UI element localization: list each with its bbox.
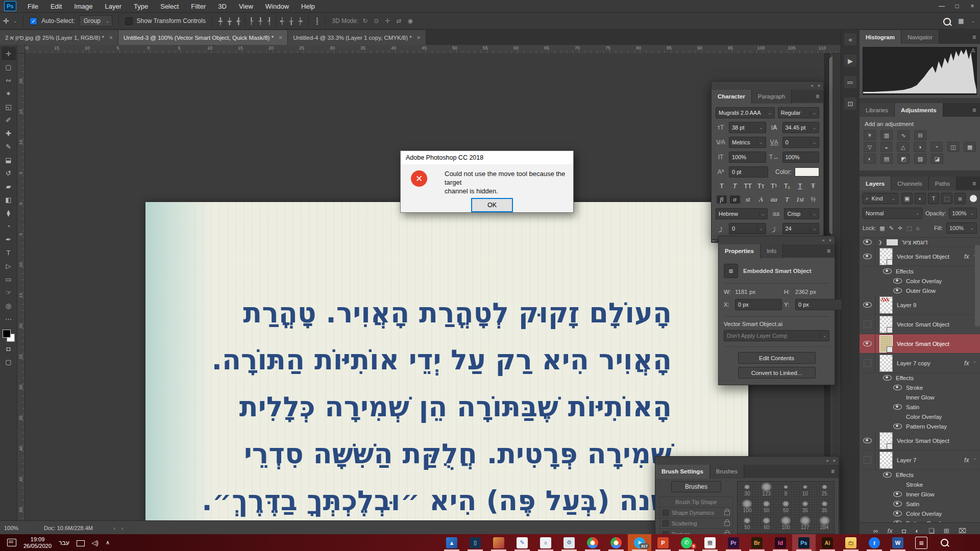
kashida-dropdown[interactable]: 0⌄ xyxy=(729,223,766,234)
lock-icon[interactable] xyxy=(724,521,730,526)
collapse-panel-icon[interactable]: « xyxy=(811,83,814,88)
lock-artboard-icon[interactable]: ⬚ xyxy=(906,225,912,232)
tab-layers[interactable]: Layers xyxy=(860,177,891,190)
tab-character[interactable]: Character xyxy=(712,90,752,104)
distribute-more-icon[interactable]: ┋ xyxy=(315,17,319,25)
notepad-app[interactable]: ≡ xyxy=(534,534,557,551)
font-family-dropdown[interactable]: Mugrabi 2.0 AAA⌄ xyxy=(716,107,775,118)
layer-filter-dropdown[interactable]: ⌕ Kind ⌄ xyxy=(863,193,898,204)
layer-row[interactable]: Vector Smart Object xyxy=(860,315,980,334)
tab-brushes[interactable]: Brushes xyxy=(710,465,744,479)
photo-filter-icon[interactable]: ◔ xyxy=(930,142,943,152)
tab-channels[interactable]: Channels xyxy=(891,177,929,190)
ligatures-icon[interactable]: fi xyxy=(717,195,727,204)
maximize-button[interactable]: □ xyxy=(949,0,965,12)
underline-icon[interactable]: T xyxy=(795,182,805,190)
effects-header-row[interactable]: Effects xyxy=(860,470,980,480)
history-brush-tool[interactable]: ↺ xyxy=(2,166,16,180)
3d-mode-icon[interactable]: ✛ xyxy=(385,17,390,24)
levels-icon[interactable]: ▥ xyxy=(880,130,893,140)
tab-brush-settings[interactable]: Brush Settings xyxy=(655,465,710,479)
layer-comp-dropdown[interactable]: Don't Apply Layer Comp⌄ xyxy=(724,330,829,341)
setting-checkbox[interactable] xyxy=(663,520,669,527)
status-expand-icon[interactable]: › xyxy=(113,525,115,531)
new-layer-icon[interactable]: ⊞ xyxy=(944,527,949,535)
setting-checkbox[interactable] xyxy=(663,510,669,516)
lasso-tool[interactable]: ∾ xyxy=(2,73,16,87)
media-app[interactable] xyxy=(487,534,510,551)
tab-properties[interactable]: Properties xyxy=(719,244,761,258)
threshold-icon[interactable]: ◩ xyxy=(897,154,910,164)
healing-brush-tool[interactable]: ✚ xyxy=(2,127,16,140)
indesign-app[interactable]: Id xyxy=(769,534,792,551)
blend-mode-dropdown[interactable]: Normal⌄ xyxy=(863,208,922,219)
faux-italic-icon[interactable]: T xyxy=(730,182,740,190)
language-dropdown[interactable]: Hebrew⌄ xyxy=(716,208,768,219)
layer-mask-icon[interactable]: ◘ xyxy=(902,527,906,535)
delete-layer-icon[interactable]: ⌧ xyxy=(959,527,966,535)
vibrance-icon[interactable]: ▽ xyxy=(864,142,876,152)
document-tab-3[interactable]: Untitled-4 @ 33.3% (Layer 1 copy, CMYK/8… xyxy=(288,30,426,45)
tab-close-icon[interactable]: × xyxy=(109,34,113,41)
search[interactable] xyxy=(933,534,957,551)
superscript-icon[interactable]: T¹ xyxy=(769,182,779,190)
filter-shape-layers-icon[interactable]: ⬚ xyxy=(941,193,952,204)
tool-presets-panel-icon[interactable]: ≔ xyxy=(844,76,856,88)
layer-group-row[interactable]: ❯דוגמא ציור xyxy=(860,238,980,247)
strikethrough-icon[interactable]: Ŧ xyxy=(808,182,818,190)
calculator-app[interactable]: ▦ xyxy=(698,534,722,551)
diacritic-dropdown[interactable]: 24⌄ xyxy=(782,223,820,234)
collapse-fx-icon[interactable]: ⌃ xyxy=(972,361,976,366)
effect-row[interactable]: Satin xyxy=(860,402,980,412)
effects-header-row[interactable]: Effects xyxy=(860,373,980,383)
discretionary-ligatures-icon[interactable]: st xyxy=(743,195,753,204)
effect-row[interactable]: Color Overlay xyxy=(860,412,980,421)
brush-preset[interactable]: 35 xyxy=(815,500,834,517)
chrome-profile-1[interactable] xyxy=(581,534,604,551)
font-size-dropdown[interactable]: 38 pt⌄ xyxy=(729,122,766,133)
align-icon[interactable]: ┦ xyxy=(267,17,272,25)
tracking-dropdown[interactable]: 0⌄ xyxy=(782,137,820,148)
3d-mode-icon[interactable]: ↻ xyxy=(362,17,368,24)
effect-row[interactable]: Color Overlay xyxy=(860,509,980,518)
horizontal-ruler[interactable]: 2015105051015202530354045505560657075808… xyxy=(17,45,841,54)
collapse-panels-icon[interactable]: « xyxy=(844,33,856,45)
y-field[interactable]: 0 px xyxy=(795,299,842,310)
shape-tool[interactable]: ▭ xyxy=(2,272,16,286)
collapse-panel-icon[interactable]: « xyxy=(822,238,825,243)
align-icon[interactable]: ┽ xyxy=(280,17,284,25)
effect-row[interactable]: Satin xyxy=(860,499,980,509)
type-tool[interactable]: T xyxy=(2,246,16,259)
edit-contents-button[interactable]: Edit Contents xyxy=(738,352,816,364)
gradient-map-icon[interactable]: ▨ xyxy=(914,154,926,164)
layers-scrollbar[interactable] xyxy=(975,245,980,327)
quick-selection-tool[interactable]: ✶ xyxy=(2,87,16,100)
kerning-dropdown[interactable]: Metrics⌄ xyxy=(729,137,766,148)
effect-row[interactable]: Stroke xyxy=(860,383,980,392)
word-app[interactable]: W xyxy=(886,534,910,551)
brush-preset[interactable]: 25 xyxy=(815,484,834,500)
align-icon[interactable]: ┞ xyxy=(249,17,253,25)
tab-info[interactable]: Info xyxy=(761,244,783,258)
filter-type-layers-icon[interactable]: T xyxy=(928,193,939,204)
search-icon[interactable] xyxy=(942,16,951,26)
panel-menu-icon[interactable]: ≡ xyxy=(972,34,980,41)
color-lookup-icon[interactable]: ▦ xyxy=(964,142,976,152)
gradient-tool[interactable]: ◧ xyxy=(2,193,16,206)
adjustment-layer-icon[interactable]: ◐ xyxy=(915,527,919,535)
align-icon[interactable]: ╈ xyxy=(228,17,232,25)
text-color-swatch[interactable] xyxy=(795,167,819,177)
pen-tool[interactable]: ✒ xyxy=(2,233,16,246)
selective-color-icon[interactable]: ◪ xyxy=(931,154,943,164)
brushes-button[interactable]: Brushes xyxy=(671,481,721,492)
zoom-level[interactable]: 100% xyxy=(4,525,35,531)
ok-button[interactable]: OK xyxy=(471,198,513,212)
effect-row[interactable]: Stroke xyxy=(860,480,980,489)
more-tools[interactable]: ⋯ xyxy=(2,312,16,325)
posterize-icon[interactable]: ▤ xyxy=(880,154,893,164)
workspace-chevron-icon[interactable]: ⌄ xyxy=(971,18,975,23)
telegram-app[interactable]: ➤317 xyxy=(628,534,651,551)
eraser-tool[interactable]: ▰ xyxy=(2,180,16,193)
layer-row[interactable]: Layer 7fx⌃ xyxy=(860,450,980,470)
collapse-fx-icon[interactable]: ⌃ xyxy=(972,458,976,463)
